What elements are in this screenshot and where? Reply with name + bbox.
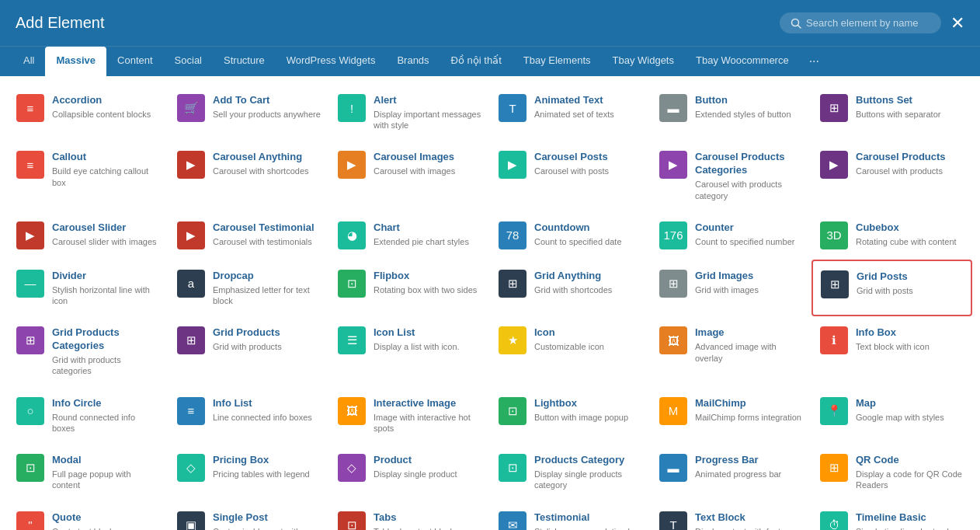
element-text: Text BlockDisplay a text with font forma… — [695, 511, 803, 530]
element-desc: Full page popup with content — [52, 469, 160, 491]
element-text: Carousel AnythingCarousel with shortcode… — [213, 151, 321, 176]
tab-massive[interactable]: Massive — [45, 47, 106, 76]
element-icon: ◇ — [177, 454, 205, 482]
element-text: Grid ImagesGrid with images — [695, 270, 803, 295]
element-item[interactable]: ◇Pricing BoxPricing tables with legend — [169, 444, 329, 500]
tab-brands[interactable]: Brands — [386, 47, 440, 76]
element-item[interactable]: ⊡FlipboxRotating box with two sides — [329, 260, 490, 316]
element-item[interactable]: 🛒Add To CartSell your products anywhere — [169, 84, 329, 141]
element-icon: ▶ — [820, 151, 848, 179]
element-item[interactable]: ✉TestimonialStylish recommendation box — [490, 501, 651, 530]
element-item[interactable]: ⊡TabsTabbed content blocks — [329, 501, 490, 530]
search-input[interactable] — [806, 17, 930, 29]
element-item[interactable]: ⊡ModalFull page popup with content — [8, 444, 169, 500]
element-icon: M — [659, 397, 687, 425]
element-icon: ▶ — [177, 151, 205, 179]
element-item[interactable]: "QuoteQuote text block — [8, 501, 169, 530]
element-item[interactable]: ⊡LightboxButton with image popup — [490, 387, 651, 444]
tab-social[interactable]: Social — [164, 47, 213, 76]
element-desc: Display single product — [374, 469, 481, 479]
element-item[interactable]: ▶Carousel TestimonialCarousel with testi… — [169, 211, 329, 260]
element-item[interactable]: ⊞Buttons SetButtons with separator — [811, 84, 972, 141]
header-right: ✕ — [780, 12, 964, 33]
element-item[interactable]: ▶Carousel SliderCarousel slider with ima… — [8, 211, 169, 260]
element-item[interactable]: 🖼ImageAdvanced image with overlay — [651, 316, 811, 386]
element-item[interactable]: —DividerStylish horizontal line with ico… — [8, 260, 169, 316]
element-item[interactable]: ▬Progress BarAnimated progress bar — [651, 444, 811, 500]
element-name: Callout — [52, 151, 160, 164]
element-item[interactable]: 176CounterCount to specified number — [651, 211, 811, 260]
element-icon: ▶ — [16, 221, 44, 249]
tab-structure[interactable]: Structure — [213, 47, 276, 76]
element-item[interactable]: ⊞Grid ProductsGrid with products — [169, 316, 329, 386]
element-icon: ▶ — [177, 221, 205, 249]
element-text: Products CategoryDisplay single products… — [534, 454, 642, 490]
element-desc: Tabbed content blocks — [374, 526, 481, 530]
element-text: Carousel PostsCarousel with posts — [534, 151, 642, 176]
element-item[interactable]: ▬ButtonExtended styles of button — [651, 84, 811, 141]
element-item[interactable]: ◇ProductDisplay single product — [329, 444, 490, 500]
element-icon: ▬ — [659, 454, 687, 482]
element-item[interactable]: ⊞Grid Products CategoriesGrid with produ… — [8, 316, 169, 386]
element-text: ChartExtended pie chart styles — [374, 221, 481, 247]
element-desc: Display important messages with style — [374, 109, 481, 131]
element-desc: Animated set of texts — [534, 109, 642, 120]
element-item[interactable]: 📍MapGoogle map with styles — [811, 387, 972, 444]
element-desc: Carousel with testimonials — [213, 236, 321, 247]
element-item[interactable]: ℹInfo BoxText block with icon — [811, 316, 972, 386]
element-item[interactable]: ⊞Grid PostsGrid with posts — [811, 260, 972, 316]
element-item[interactable]: ▶Carousel PostsCarousel with posts — [490, 141, 651, 211]
element-item[interactable]: TAnimated TextAnimated set of texts — [490, 84, 651, 141]
element-name: Pricing Box — [213, 454, 321, 467]
tab-do-noi-that[interactable]: Đồ nội thất — [440, 47, 513, 76]
element-name: Flipbox — [374, 270, 481, 283]
element-icon: ⊡ — [338, 270, 366, 298]
element-item[interactable]: 3DCubeboxRotating cube with content — [811, 211, 972, 260]
element-desc: MailChimp forms integration — [695, 412, 803, 423]
element-item[interactable]: ▶Carousel AnythingCarousel with shortcod… — [169, 141, 329, 211]
tabs-more-button[interactable]: ··· — [803, 47, 825, 76]
tab-wp-widgets[interactable]: WordPress Widgets — [276, 47, 387, 76]
element-icon: 3D — [820, 221, 848, 249]
element-desc: Customizable icon — [534, 341, 642, 352]
element-name: Grid Posts — [857, 270, 963, 284]
element-item[interactable]: ☰Icon ListDisplay a list with icon. — [329, 316, 490, 386]
element-item[interactable]: 🖼Interactive ImageImage with interactive… — [329, 387, 490, 444]
element-desc: Carousel with shortcodes — [213, 166, 321, 176]
element-item[interactable]: ⊞QR CodeDisplay a code for QR Code Reade… — [811, 444, 972, 500]
element-item[interactable]: ▶Carousel ProductsCarousel with products — [811, 141, 972, 211]
element-item[interactable]: ▶Carousel ImagesCarousel with images — [329, 141, 490, 211]
tab-tbay-widgets[interactable]: Tbay Widgets — [602, 47, 685, 76]
element-name: Carousel Anything — [213, 151, 321, 164]
element-item[interactable]: ⊞Grid AnythingGrid with shortcodes — [490, 260, 651, 316]
tab-tbay-elements[interactable]: Tbay Elements — [513, 47, 602, 76]
element-item[interactable]: 78CountdownCount to specified date — [490, 211, 651, 260]
element-item[interactable]: MMailChimpMailChimp forms integration — [651, 387, 811, 444]
element-item[interactable]: ▣Single PostCustomizable post with many … — [169, 501, 329, 530]
element-desc: Round connected info boxes — [52, 412, 160, 434]
element-item[interactable]: ⊞Grid ImagesGrid with images — [651, 260, 811, 316]
tab-all[interactable]: All — [12, 47, 45, 76]
element-item[interactable]: ≡AccordionCollapsible content blocks — [8, 84, 169, 141]
tab-content[interactable]: Content — [106, 47, 164, 76]
element-name: Buttons Set — [856, 94, 964, 107]
element-item[interactable]: ◕ChartExtended pie chart styles — [329, 211, 490, 260]
element-item[interactable]: ▶Carousel Products CategoriesCarousel wi… — [651, 141, 811, 211]
element-item[interactable]: ○Info CircleRound connected info boxes — [8, 387, 169, 444]
element-desc: Animated progress bar — [695, 469, 803, 479]
element-name: Product — [374, 454, 481, 467]
search-box[interactable] — [780, 12, 941, 33]
element-text: Carousel SliderCarousel slider with imag… — [52, 221, 160, 247]
element-item[interactable]: ⏱Timeline BasicSimple timeline shortcode — [811, 501, 972, 530]
element-item[interactable]: ≡Info ListLine connected info boxes — [169, 387, 329, 444]
element-item[interactable]: aDropcapEmphasized letter for text block — [169, 260, 329, 316]
element-item[interactable]: ⊡Products CategoryDisplay single product… — [490, 444, 651, 500]
element-name: Dropcap — [213, 270, 321, 283]
tab-tbay-woocommerce[interactable]: Tbay Woocommerce — [685, 47, 800, 76]
element-text: Info ListLine connected info boxes — [213, 397, 321, 423]
element-item[interactable]: !AlertDisplay important messages with st… — [329, 84, 490, 141]
element-item[interactable]: TText BlockDisplay a text with font form… — [651, 501, 811, 530]
close-button[interactable]: ✕ — [950, 15, 964, 32]
element-item[interactable]: ★IconCustomizable icon — [490, 316, 651, 386]
element-item[interactable]: ≡CalloutBuild eye catching callout box — [8, 141, 169, 211]
